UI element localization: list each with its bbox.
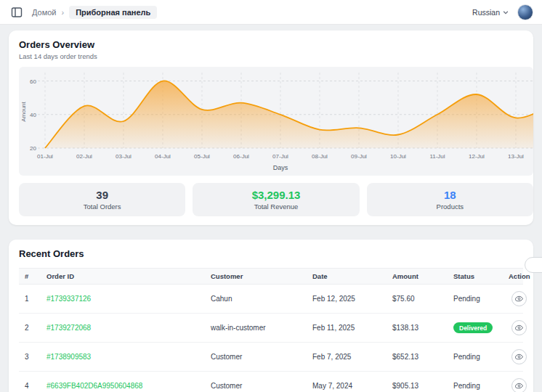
orders-trend-chart: 20406001-Jul02-Jul03-Jul04-Jul05-Jul06-J…	[19, 67, 533, 176]
language-label: Russian	[472, 8, 500, 17]
order-id-link[interactable]: #1738909583	[46, 353, 91, 361]
svg-text:03-Jul: 03-Jul	[116, 153, 132, 160]
svg-text:09-Jul: 09-Jul	[351, 153, 367, 160]
date-cell: Feb 11, 2025	[312, 324, 355, 332]
orders-area-chart-svg: 20406001-Jul02-Jul03-Jul04-Jul05-Jul06-J…	[19, 67, 533, 176]
top-bar: Домой › Приборная панель Russian	[0, 0, 542, 25]
eye-icon	[515, 324, 523, 332]
stat-products: 18 Products	[367, 183, 533, 216]
status-badge: Pending	[453, 353, 480, 361]
amount-cell: $75.60	[392, 295, 415, 303]
eye-icon	[515, 382, 523, 390]
row-number: 1	[25, 295, 29, 303]
col-header-num: #	[19, 269, 41, 285]
breadcrumb-current: Приборная панель	[69, 6, 157, 19]
chevron-down-icon	[503, 9, 509, 15]
sidebar-toggle-button[interactable]	[9, 4, 25, 20]
status-badge: Pending	[453, 382, 480, 390]
stat-total-orders: 39 Total Orders	[19, 183, 185, 216]
recent-orders-title: Recent Orders	[19, 248, 523, 259]
svg-text:07-Jul: 07-Jul	[272, 153, 288, 160]
row-number: 2	[25, 324, 29, 332]
col-header-order-id: Order ID	[41, 269, 205, 285]
recent-orders-card: Recent Orders # Order ID Customer Date A…	[9, 240, 533, 392]
view-order-button[interactable]	[511, 291, 527, 306]
orders-overview-card: Orders Overview Last 14 days order trend…	[9, 30, 533, 225]
overview-subtitle: Last 14 days order trends	[19, 52, 523, 60]
table-row: 2#1739272068walk-in-customerFeb 11, 2025…	[19, 314, 523, 343]
stat-total-orders-value: 39	[96, 189, 108, 201]
col-header-date: Date	[307, 269, 387, 285]
dashboard-main: Orders Overview Last 14 days order trend…	[0, 25, 542, 392]
eye-icon	[515, 295, 523, 303]
stat-total-revenue: $3,299.13 Total Revenue	[193, 183, 359, 216]
customer-cell: Cahun	[211, 295, 232, 303]
date-cell: May 7, 2024	[312, 382, 352, 390]
overview-stats: 39 Total Orders $3,299.13 Total Revenue …	[19, 183, 533, 216]
svg-text:11-Jul: 11-Jul	[429, 153, 445, 160]
status-badge: Pending	[453, 295, 480, 303]
status-badge: Delivered	[453, 322, 493, 333]
order-id-link[interactable]: #1739337126	[46, 295, 91, 303]
eye-icon	[515, 353, 523, 361]
svg-text:60: 60	[30, 78, 36, 85]
amount-cell: $905.13	[392, 382, 418, 390]
svg-text:01-Jul: 01-Jul	[37, 153, 53, 160]
svg-text:06-Jul: 06-Jul	[233, 153, 249, 160]
svg-text:05-Jul: 05-Jul	[194, 153, 210, 160]
svg-text:20: 20	[30, 145, 36, 152]
recent-orders-table: # Order ID Customer Date Amount Status A…	[19, 268, 523, 392]
card-action-button[interactable]	[525, 257, 542, 273]
col-header-amount: Amount	[387, 269, 448, 285]
table-row: 4#6639FB402D6A9950604868CustomerMay 7, 2…	[19, 372, 523, 392]
col-header-customer: Customer	[205, 269, 307, 285]
stat-products-value: 18	[444, 189, 456, 201]
orders-table-body: 1#1739337126CahunFeb 12, 2025$75.60Pendi…	[19, 285, 523, 392]
amount-cell: $652.13	[392, 353, 418, 361]
customer-cell: walk-in-customer	[211, 324, 266, 332]
order-id-link[interactable]: #6639FB402D6A9950604868	[46, 382, 142, 390]
col-header-status: Status	[448, 269, 503, 285]
sidebar-toggle-icon	[11, 7, 23, 18]
view-order-button[interactable]	[511, 349, 527, 364]
view-order-button[interactable]	[511, 320, 527, 335]
avatar[interactable]	[517, 4, 533, 20]
breadcrumb: Домой › Приборная панель	[32, 6, 157, 19]
row-number: 3	[25, 353, 29, 361]
table-row: 1#1739337126CahunFeb 12, 2025$75.60Pendi…	[19, 285, 523, 314]
customer-cell: Customer	[211, 353, 242, 361]
table-row: 3#1738909583CustomerFeb 7, 2025$652.13Pe…	[19, 343, 523, 372]
stat-total-revenue-value: $3,299.13	[252, 189, 301, 201]
chart-ylabel: Amount	[20, 101, 27, 121]
col-header-action: Action	[503, 269, 523, 285]
order-id-link[interactable]: #1739272068	[46, 324, 91, 332]
date-cell: Feb 7, 2025	[312, 353, 351, 361]
breadcrumb-separator: ›	[62, 8, 65, 17]
stat-products-label: Products	[437, 203, 464, 211]
svg-text:12-Jul: 12-Jul	[469, 153, 485, 160]
date-cell: Feb 12, 2025	[312, 295, 355, 303]
svg-text:02-Jul: 02-Jul	[76, 153, 92, 160]
amount-cell: $138.13	[392, 324, 418, 332]
chart-xlabel: Days	[273, 164, 288, 171]
customer-cell: Customer	[211, 382, 242, 390]
overview-title: Orders Overview	[19, 39, 523, 50]
stat-total-orders-label: Total Orders	[84, 203, 121, 211]
svg-text:10-Jul: 10-Jul	[390, 153, 406, 160]
svg-text:13-Jul: 13-Jul	[508, 153, 524, 160]
stat-total-revenue-label: Total Revenue	[254, 203, 299, 211]
table-header-row: # Order ID Customer Date Amount Status A…	[19, 269, 523, 285]
language-selector[interactable]: Russian	[472, 8, 509, 17]
svg-text:08-Jul: 08-Jul	[312, 153, 328, 160]
svg-text:40: 40	[30, 112, 36, 118]
breadcrumb-home-link[interactable]: Домой	[32, 8, 57, 17]
view-order-button[interactable]	[511, 378, 527, 392]
svg-text:04-Jul: 04-Jul	[155, 153, 171, 160]
row-number: 4	[25, 382, 29, 390]
